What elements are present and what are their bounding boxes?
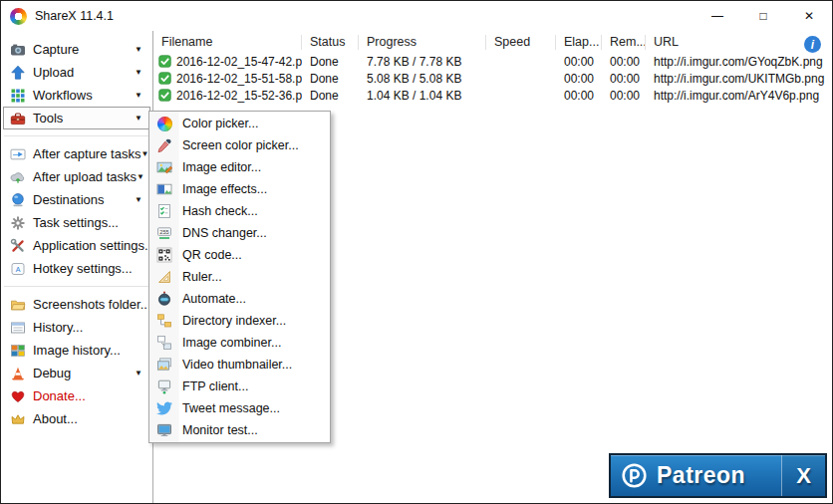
sidebar-item-label: About... bbox=[33, 411, 78, 426]
minimize-button[interactable]: — bbox=[694, 1, 740, 31]
sidebar-item-screenshots-folder[interactable]: Screenshots folder... bbox=[3, 293, 150, 316]
column-header-speed[interactable]: Speed bbox=[486, 35, 556, 50]
image-combiner-icon bbox=[156, 335, 172, 351]
menu-item-image-effects[interactable]: Image effects... bbox=[149, 178, 330, 200]
menu-item-ruler[interactable]: Ruler... bbox=[149, 266, 330, 288]
menu-item-label: Image effects... bbox=[182, 182, 267, 196]
menu-item-label: Ruler... bbox=[182, 270, 222, 284]
chevron-down-icon: ▼ bbox=[137, 172, 146, 181]
column-header-remaining[interactable]: Rem... bbox=[602, 35, 646, 50]
dns-icon: 255 bbox=[156, 225, 172, 241]
sharex-logo-icon bbox=[10, 8, 27, 25]
sidebar-item-label: Capture bbox=[33, 42, 79, 57]
patreon-banner[interactable]: Patreon X bbox=[609, 453, 827, 498]
menu-item-automate[interactable]: Automate... bbox=[149, 288, 330, 310]
sharex-window: ShareX 11.4.1 — □ ✕ Capture ▼ Upload ▼ W… bbox=[0, 0, 833, 504]
sidebar-item-donate[interactable]: Donate... bbox=[3, 384, 150, 407]
table-row[interactable]: 2016-12-02_15-52-36.png Done 1.04 KB / 1… bbox=[153, 87, 832, 104]
sidebar: Capture ▼ Upload ▼ Workflows ▼ Tools ▼ bbox=[1, 31, 153, 503]
remaining-text: 00:00 bbox=[602, 72, 646, 86]
svg-text:255: 255 bbox=[159, 229, 168, 235]
color-wheel-icon bbox=[157, 117, 172, 131]
sidebar-item-label: Screenshots folder... bbox=[33, 297, 151, 312]
keyboard-key-icon: A bbox=[10, 261, 26, 277]
sidebar-item-image-history[interactable]: Image history... bbox=[3, 339, 150, 362]
menu-item-screen-color-picker[interactable]: Screen color picker... bbox=[149, 134, 330, 156]
sidebar-item-debug[interactable]: Debug ▼ bbox=[3, 362, 150, 384]
folder-icon bbox=[10, 297, 26, 313]
sidebar-item-label: Donate... bbox=[33, 388, 86, 403]
menu-item-video-thumbnailer[interactable]: Video thumbnailer... bbox=[149, 354, 330, 376]
maximize-button[interactable]: □ bbox=[740, 1, 786, 31]
column-header-progress[interactable]: Progress bbox=[359, 35, 486, 50]
menu-item-hash-check[interactable]: Hash check... bbox=[149, 200, 330, 222]
menu-item-label: Color picker... bbox=[182, 117, 258, 130]
column-header-status[interactable]: Status bbox=[302, 35, 359, 50]
column-header-filename[interactable]: Filename bbox=[153, 35, 302, 50]
menu-item-color-picker[interactable]: Color picker... bbox=[149, 113, 330, 134]
status-text: Done bbox=[302, 89, 359, 103]
menu-item-qr-code[interactable]: QR code... bbox=[149, 244, 330, 266]
title-bar: ShareX 11.4.1 — □ ✕ bbox=[1, 1, 832, 31]
patreon-close-button[interactable]: X bbox=[781, 455, 825, 496]
video-thumbnail-icon bbox=[156, 357, 172, 373]
sidebar-item-label: Destinations bbox=[33, 192, 105, 207]
sidebar-item-label: Application settings... bbox=[33, 238, 155, 253]
status-text: Done bbox=[302, 72, 359, 86]
sidebar-item-destinations[interactable]: Destinations ▼ bbox=[3, 188, 150, 211]
upload-arrow-icon bbox=[10, 65, 26, 81]
table-row[interactable]: 2016-12-02_15-47-42.png Done 7.78 KB / 7… bbox=[153, 53, 832, 70]
column-header-elapsed[interactable]: Elap... bbox=[556, 35, 602, 50]
sidebar-item-tools[interactable]: Tools ▼ bbox=[3, 107, 150, 129]
sidebar-item-after-capture-tasks[interactable]: After capture tasks ▼ bbox=[3, 142, 150, 165]
sidebar-item-history[interactable]: History... bbox=[3, 316, 150, 339]
menu-item-ftp-client[interactable]: FTP client... bbox=[149, 376, 330, 397]
menu-item-image-editor[interactable]: Image editor... bbox=[149, 156, 330, 178]
menu-item-label: QR code... bbox=[182, 248, 242, 262]
workflows-grid-icon bbox=[10, 88, 26, 104]
sidebar-item-upload[interactable]: Upload ▼ bbox=[3, 61, 150, 84]
sidebar-item-hotkey-settings[interactable]: A Hotkey settings... bbox=[3, 257, 150, 280]
menu-item-image-combiner[interactable]: Image combiner... bbox=[149, 332, 330, 354]
menu-item-tweet-message[interactable]: Tweet message... bbox=[149, 397, 330, 419]
image-grid-icon bbox=[10, 343, 26, 359]
menu-item-label: Video thumbnailer... bbox=[182, 358, 292, 372]
menu-item-label: Monitor test... bbox=[182, 423, 258, 437]
crown-icon bbox=[10, 411, 26, 427]
menu-item-label: Image combiner... bbox=[182, 336, 281, 350]
url-text: http://i.imgur.com/GYoqZbK.png bbox=[646, 55, 832, 69]
info-icon[interactable]: i bbox=[804, 36, 821, 53]
sidebar-item-application-settings[interactable]: Application settings... bbox=[3, 234, 150, 257]
heart-icon bbox=[10, 388, 26, 404]
chevron-down-icon: ▼ bbox=[135, 195, 144, 204]
sidebar-item-task-settings[interactable]: Task settings... bbox=[3, 211, 150, 234]
monitor-icon bbox=[156, 422, 172, 438]
ftp-monitor-icon bbox=[156, 378, 172, 394]
elapsed-text: 00:00 bbox=[556, 89, 602, 103]
menu-item-label: Hash check... bbox=[182, 204, 258, 218]
filename-text: 2016-12-02_15-52-36.png bbox=[176, 89, 302, 103]
sidebar-item-label: After upload tasks bbox=[33, 169, 137, 184]
table-row[interactable]: 2016-12-02_15-51-58.png Done 5.08 KB / 5… bbox=[153, 70, 832, 87]
menu-item-dns-changer[interactable]: 255 DNS changer... bbox=[149, 222, 330, 244]
progress-text: 7.78 KB / 7.78 KB bbox=[359, 55, 486, 69]
menu-item-label: Screen color picker... bbox=[182, 138, 299, 152]
sidebar-item-capture[interactable]: Capture ▼ bbox=[3, 38, 150, 61]
destinations-globe-icon bbox=[10, 192, 26, 208]
menu-item-monitor-test[interactable]: Monitor test... bbox=[149, 419, 330, 441]
sidebar-item-after-upload-tasks[interactable]: After upload tasks ▼ bbox=[3, 165, 150, 188]
sidebar-item-about[interactable]: About... bbox=[3, 407, 150, 430]
sidebar-item-label: Workflows bbox=[33, 88, 93, 103]
directory-tree-icon bbox=[156, 313, 172, 329]
menu-item-directory-indexer[interactable]: Directory indexer... bbox=[149, 310, 330, 332]
app-body: Capture ▼ Upload ▼ Workflows ▼ Tools ▼ bbox=[1, 31, 832, 503]
sidebar-item-label: Debug bbox=[33, 366, 71, 380]
patreon-brand-text: Patreon bbox=[657, 462, 745, 489]
done-check-icon bbox=[158, 72, 171, 85]
twitter-bird-icon bbox=[156, 400, 172, 416]
filename-text: 2016-12-02_15-51-58.png bbox=[176, 72, 302, 86]
image-editor-icon bbox=[156, 159, 172, 175]
close-button[interactable]: ✕ bbox=[786, 1, 832, 31]
hash-check-icon bbox=[156, 203, 172, 219]
sidebar-item-workflows[interactable]: Workflows ▼ bbox=[3, 84, 150, 107]
